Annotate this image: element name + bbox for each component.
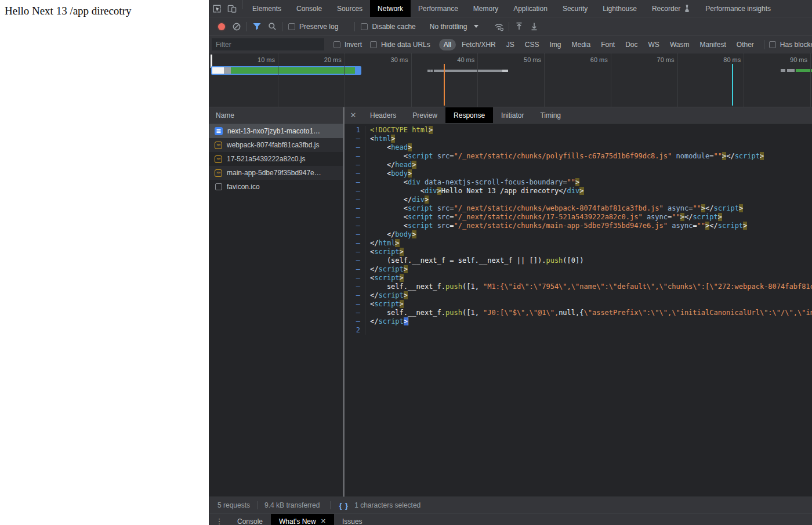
tab-label: Console xyxy=(296,5,322,13)
tick-label: 80 ms xyxy=(704,56,741,63)
invert-label: Invert xyxy=(345,41,362,49)
preserve-log-checkbox[interactable]: Preserve log xyxy=(288,23,344,31)
filter-type-fetch-xhr[interactable]: Fetch/XHR xyxy=(457,39,501,50)
inspect-element-icon[interactable] xyxy=(209,0,224,17)
pretty-print-icon[interactable]: { } xyxy=(339,501,349,510)
tab-label: Sources xyxy=(337,5,362,13)
device-toolbar-icon[interactable] xyxy=(224,0,240,17)
tab-security[interactable]: Security xyxy=(555,0,595,17)
tab-label: Performance xyxy=(418,5,458,13)
code-line: – self.__next_f.push([1, "J0:[\"$\",\"@1… xyxy=(345,309,812,317)
tab-lighthouse[interactable]: Lighthouse xyxy=(595,0,644,17)
clear-network-log-icon[interactable] xyxy=(229,17,244,35)
filter-type-img[interactable]: Img xyxy=(545,39,566,50)
request-row[interactable]: «»17-521a5439222a82c0.js xyxy=(209,152,343,166)
divider xyxy=(242,0,242,9)
tab-application[interactable]: Application xyxy=(506,0,555,17)
detail-tab-response[interactable]: Response xyxy=(445,107,493,123)
close-icon[interactable]: ✕ xyxy=(345,107,362,123)
screen: Hello Next 13 /app direcotry ElementsCon… xyxy=(0,0,812,525)
code-line: – <div data-nextjs-scroll-focus-boundary… xyxy=(345,178,812,187)
tab-console[interactable]: Console xyxy=(289,0,329,17)
filter-type-wasm[interactable]: Wasm xyxy=(665,39,694,50)
code-line: – <body> xyxy=(345,169,812,178)
filter-type-doc[interactable]: Doc xyxy=(621,39,642,50)
filter-type-other[interactable]: Other xyxy=(732,39,759,50)
request-rows: next-13-nxo7jzyb1-macoto1…«»webpack-8074… xyxy=(209,124,343,194)
tick-label: 30 ms xyxy=(371,56,408,63)
detail-tab-initiator[interactable]: Initiator xyxy=(493,107,532,123)
search-icon[interactable] xyxy=(264,17,280,35)
throttling-value: No throttling xyxy=(430,23,467,31)
file-icon xyxy=(215,183,222,190)
request-row[interactable]: next-13-nxo7jzyb1-macoto1… xyxy=(209,124,343,138)
name-column-header: Name xyxy=(216,111,234,120)
tab-elements[interactable]: Elements xyxy=(245,0,289,17)
export-har-icon[interactable] xyxy=(527,17,542,35)
drawer-menu-icon[interactable]: ⋮ xyxy=(209,514,229,525)
filter-type-media[interactable]: Media xyxy=(567,39,595,50)
request-row[interactable]: «»webpack-8074fabf81ca3fbd.js xyxy=(209,138,343,152)
code-line: –</script> xyxy=(345,291,812,300)
checkbox-icon xyxy=(288,23,295,30)
drawer-tab-what-s-new[interactable]: What's New✕ xyxy=(271,514,334,525)
filter-types: AllFetch/XHRJSCSSImgMediaFontDocWSWasmMa… xyxy=(438,39,759,50)
has-blocked-cookies-checkbox[interactable]: Has blocked cookies xyxy=(769,41,812,49)
disable-cache-checkbox[interactable]: Disable cache xyxy=(361,23,421,31)
divider xyxy=(282,22,282,31)
network-overview-timeline[interactable]: 10 ms20 ms30 ms40 ms50 ms60 ms70 ms80 ms… xyxy=(209,53,812,107)
divider xyxy=(257,501,258,509)
request-list-header[interactable]: Name xyxy=(209,107,343,124)
drawer-tab-issues[interactable]: Issues xyxy=(334,514,371,525)
tab-network[interactable]: Network xyxy=(370,0,411,17)
detail-tab-preview[interactable]: Preview xyxy=(404,107,445,123)
detail-tab-headers[interactable]: Headers xyxy=(362,107,404,123)
code-line: –<script> xyxy=(345,300,812,309)
tab-sources[interactable]: Sources xyxy=(329,0,370,17)
drawer-tab-console[interactable]: Console xyxy=(229,514,271,525)
drawer-tab-bar: ⋮ ConsoleWhat's New✕Issues xyxy=(209,513,812,525)
request-row[interactable]: «»main-app-5dbe79f35bd947e… xyxy=(209,166,343,180)
drawer-tabs: ConsoleWhat's New✕Issues xyxy=(229,514,371,525)
network-conditions-icon[interactable] xyxy=(491,17,506,35)
tab-label: Recorder xyxy=(652,5,680,13)
divider xyxy=(764,40,764,49)
selection-status: 1 characters selected xyxy=(354,501,420,509)
tab-performance-insights[interactable]: Performance insights xyxy=(698,0,778,17)
tab-recorder[interactable]: Recorder xyxy=(644,0,698,17)
response-source-view[interactable]: 1<!DOCTYPE html>–<html>– <head>– <script… xyxy=(345,124,812,497)
hide-data-urls-label: Hide data URLs xyxy=(381,41,430,49)
detail-tabs: HeadersPreviewResponseInitiatorTiming xyxy=(362,107,569,123)
tick-label: 10 ms xyxy=(238,56,275,63)
hide-data-urls-checkbox[interactable]: Hide data URLs xyxy=(370,41,430,49)
filter-type-ws[interactable]: WS xyxy=(644,39,664,50)
tab-performance[interactable]: Performance xyxy=(411,0,466,17)
request-row[interactable]: favicon.ico xyxy=(209,180,343,194)
tab-label: Security xyxy=(563,5,588,13)
gridline xyxy=(611,53,611,107)
filter-type-font[interactable]: Font xyxy=(596,39,619,50)
request-list-panel: Name next-13-nxo7jzyb1-macoto1…«»webpack… xyxy=(209,107,343,497)
favicon-waiting-bar xyxy=(781,69,785,72)
filter-type-manifest[interactable]: Manifest xyxy=(695,39,730,50)
invert-checkbox[interactable]: Invert xyxy=(334,41,362,49)
detail-tab-timing[interactable]: Timing xyxy=(532,107,569,123)
filter-input[interactable] xyxy=(212,38,324,50)
status-bar: 5 requests 9.4 kB transferred { } 1 char… xyxy=(209,497,812,513)
browser-page: Hello Next 13 /app direcotry xyxy=(0,0,209,525)
throttling-dropdown[interactable]: No throttling xyxy=(430,23,484,31)
filter-type-all[interactable]: All xyxy=(439,39,456,50)
request-name: next-13-nxo7jzyb1-macoto1… xyxy=(227,127,320,135)
filter-type-js[interactable]: JS xyxy=(502,39,519,50)
gridline xyxy=(677,53,678,107)
record-network-log-icon[interactable] xyxy=(214,17,229,35)
transferred-size: 9.4 kB transferred xyxy=(264,501,320,509)
request-count: 5 requests xyxy=(217,501,250,509)
has-blocked-cookies-label: Has blocked cookies xyxy=(780,41,812,49)
filter-type-css[interactable]: CSS xyxy=(520,39,544,50)
script-icon: «» xyxy=(215,169,222,177)
close-icon[interactable]: ✕ xyxy=(321,517,326,525)
tab-memory[interactable]: Memory xyxy=(466,0,506,17)
filter-funnel-icon[interactable] xyxy=(249,17,264,35)
import-har-icon[interactable] xyxy=(512,17,527,35)
